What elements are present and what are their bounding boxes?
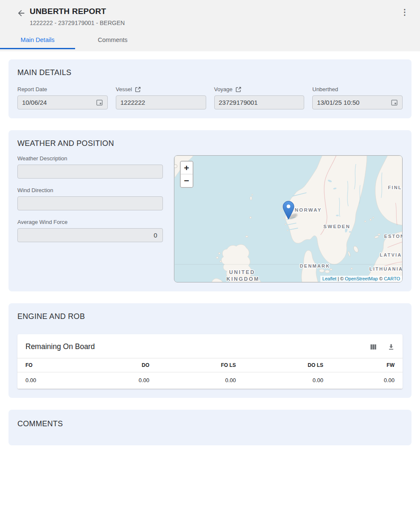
rob-column-header: FO LS xyxy=(149,358,236,372)
calendar-icon[interactable] xyxy=(96,99,103,106)
voyage-field: Voyage 23729179001 xyxy=(214,86,305,109)
average-wind-force-value: 0 xyxy=(22,232,158,239)
download-button[interactable] xyxy=(388,344,395,350)
report-date-value: 10/06/24 xyxy=(22,99,96,106)
report-date-label: Report Date xyxy=(17,86,47,92)
average-wind-force-input[interactable]: 0 xyxy=(17,228,163,242)
page-subtitle: 1222222 - 23729179001 - BERGEN xyxy=(30,20,400,26)
map-label-kingdom: KINGDOM xyxy=(226,276,259,282)
zoom-in-button[interactable]: + xyxy=(181,162,193,174)
unberthed-label: Unberthed xyxy=(312,86,338,92)
overflow-menu-button[interactable]: ⋮ xyxy=(400,8,410,18)
main-details-card: MAIN DETAILS Report Date 10/06/24 xyxy=(8,59,412,118)
vessel-value: 1222222 xyxy=(120,99,202,106)
map-label-united: UNITED xyxy=(229,269,255,275)
calendar-icon[interactable] xyxy=(391,99,398,106)
voyage-label: Voyage xyxy=(214,86,232,92)
page-title: UNBERTH REPORT xyxy=(30,7,400,16)
tab-comments[interactable]: Comments xyxy=(75,32,150,49)
view-columns-icon xyxy=(370,344,377,350)
map-label-estonia: ESTONIA xyxy=(384,234,403,239)
map-attribution: Leaflet | © OpenStreetMap © CARTO xyxy=(320,276,402,282)
rob-table-title: Remaining On Board xyxy=(25,342,370,351)
openstreetmap-link[interactable]: OpenStreetMap xyxy=(345,276,378,281)
rob-cell-do-ls: 0.00 xyxy=(236,372,323,389)
wind-direction-field: Wind Direction xyxy=(17,187,163,210)
unberthed-input[interactable]: 13/01/25 10:50 xyxy=(312,95,403,109)
map[interactable]: NORWAY SWEDEN DENMARK UNITED KINGDOM FIN… xyxy=(174,155,403,282)
open-in-new-icon[interactable] xyxy=(235,87,241,92)
map-label-denmark: DENMARK xyxy=(300,263,330,268)
report-date-field: Report Date 10/06/24 xyxy=(17,86,108,109)
rob-column-header: DO xyxy=(81,358,149,372)
map-label-finland: FINLAND xyxy=(388,185,403,190)
rob-column-header: FW xyxy=(323,358,403,372)
weather-description-label: Weather Description xyxy=(17,155,67,162)
wind-direction-input[interactable] xyxy=(17,196,163,210)
back-button[interactable] xyxy=(16,8,26,18)
comments-card: COMMENTS xyxy=(8,410,412,445)
tab-main-details[interactable]: Main Details xyxy=(0,32,75,49)
wind-direction-label: Wind Direction xyxy=(17,187,53,193)
weather-position-heading: WEATHER AND POSITION xyxy=(17,139,403,148)
download-icon xyxy=(388,344,395,350)
report-date-input[interactable]: 10/06/24 xyxy=(17,95,108,109)
engine-rob-heading: ENGINE AND ROB xyxy=(17,312,403,321)
voyage-input[interactable]: 23729179001 xyxy=(214,95,305,109)
rob-column-header: DO LS xyxy=(236,358,323,372)
vessel-label: Vessel xyxy=(116,86,132,92)
rob-table-header-row: FO DO FO LS DO LS FW xyxy=(17,358,403,372)
leaflet-link[interactable]: Leaflet xyxy=(322,276,336,281)
kebab-vertical-icon: ⋮ xyxy=(401,8,409,17)
open-in-new-icon[interactable] xyxy=(135,87,141,92)
main-details-heading: MAIN DETAILS xyxy=(17,68,403,77)
voyage-value: 23729179001 xyxy=(219,99,300,106)
map-label-sweden: SWEDEN xyxy=(323,224,350,229)
rob-cell-fo: 0.00 xyxy=(17,372,81,389)
map-label-lithuania: LITHUANIA xyxy=(369,266,402,271)
unberthed-field: Unberthed 13/01/25 10:50 xyxy=(312,86,403,109)
attribution-separator: | © xyxy=(336,276,345,281)
carto-link[interactable]: CARTO xyxy=(384,276,400,281)
average-wind-force-label: Average Wind Force xyxy=(17,219,67,225)
average-wind-force-field: Average Wind Force 0 xyxy=(17,219,163,242)
rob-table-row: 0.00 0.00 0.00 0.00 0.00 xyxy=(17,372,403,389)
weather-position-card: WEATHER AND POSITION Weather Description… xyxy=(8,130,412,291)
remaining-on-board-table: Remaining On Board xyxy=(17,334,403,389)
zoom-out-button[interactable]: − xyxy=(181,174,193,187)
weather-description-input[interactable] xyxy=(17,165,163,179)
rob-cell-fo-ls: 0.00 xyxy=(149,372,236,389)
arrow-left-icon xyxy=(17,8,26,18)
unberthed-value: 13/01/25 10:50 xyxy=(317,99,391,106)
map-basemap: NORWAY SWEDEN DENMARK UNITED KINGDOM FIN… xyxy=(174,156,403,282)
rob-cell-do: 0.00 xyxy=(81,372,149,389)
tab-bar: Main Details Comments xyxy=(0,32,420,49)
weather-description-field: Weather Description xyxy=(17,155,163,179)
map-label-latvia: LATVIA xyxy=(380,252,402,257)
rob-column-header: FO xyxy=(17,358,81,372)
attribution-separator: © xyxy=(378,276,384,281)
vessel-field: Vessel 1222222 xyxy=(116,86,206,109)
rob-cell-fw: 0.00 xyxy=(323,372,403,389)
map-label-norway: NORWAY xyxy=(294,207,322,212)
engine-rob-card: ENGINE AND ROB Remaining On Board xyxy=(8,303,412,398)
app-header: UNBERTH REPORT 1222222 - 23729179001 - B… xyxy=(0,0,420,51)
comments-heading: COMMENTS xyxy=(17,419,403,428)
view-columns-button[interactable] xyxy=(370,344,377,350)
vessel-input[interactable]: 1222222 xyxy=(116,95,206,109)
map-zoom-control: + − xyxy=(180,161,193,188)
